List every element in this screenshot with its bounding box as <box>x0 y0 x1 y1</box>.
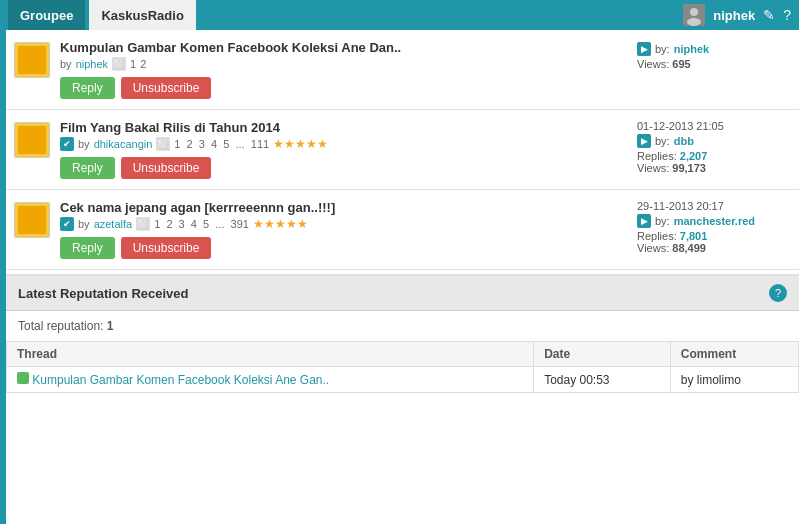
svg-point-1 <box>690 8 698 16</box>
total-rep-value: 1 <box>107 319 114 333</box>
rep-thread-link[interactable]: Kumpulan Gambar Komen Facebook Koleksi A… <box>32 373 329 387</box>
by-user-link-2[interactable]: dbb <box>674 135 694 147</box>
replies-count-3[interactable]: 7,801 <box>680 230 708 242</box>
by-label-r2: by: <box>655 135 670 147</box>
arrow-icon-3: ▶ <box>637 214 651 228</box>
page-icon-3: ⬜ <box>136 217 150 231</box>
replies-2: Replies: 2,207 <box>637 150 789 162</box>
thread-meta-3: ✔ by azetalfa ⬜ 1 2 3 4 5 ... 391 ★★★★★ <box>60 217 629 231</box>
thread-avatar-3 <box>14 202 50 238</box>
reply-button-2[interactable]: Reply <box>60 157 115 179</box>
total-reputation: Total reputation: 1 <box>6 311 799 341</box>
by-label-2: by <box>78 138 90 150</box>
rep-table-row: Kumpulan Gambar Komen Facebook Koleksi A… <box>7 367 799 393</box>
page-num[interactable]: 1 <box>130 58 136 70</box>
reputation-table: Thread Date Comment Kumpulan Gambar Kome… <box>6 341 799 393</box>
by-label-r1: by: <box>655 43 670 55</box>
author-link-1[interactable]: niphek <box>76 58 108 70</box>
views-3: Views: 88,499 <box>637 242 789 254</box>
views-1: Views: 695 <box>637 58 789 70</box>
replies-count-2[interactable]: 2,207 <box>680 150 708 162</box>
thread-right-3: 29-11-2013 20:17 ▶ by: manchester.red Re… <box>629 200 789 254</box>
thread-right-1: ▶ by: niphek Views: 695 <box>629 40 789 70</box>
rep-date-cell: Today 00:53 <box>534 367 671 393</box>
views-2: Views: 99,173 <box>637 162 789 174</box>
views-count-3: 88,499 <box>672 242 706 254</box>
by-label: by <box>60 58 72 70</box>
thread-item: Kumpulan Gambar Komen Facebook Koleksi A… <box>6 30 799 110</box>
views-label-1: Views: <box>637 58 669 70</box>
page-icon-2: ⬜ <box>156 137 170 151</box>
by-user-link-1[interactable]: niphek <box>674 43 709 55</box>
pencil-icon[interactable]: ✎ <box>763 7 775 23</box>
col-date: Date <box>534 342 671 367</box>
thread-avatar <box>14 42 50 78</box>
thread-title-3[interactable]: Cek nama jepang agan [kerrreeennn gan..!… <box>60 200 629 215</box>
username: niphek <box>713 8 755 23</box>
thread-title-2[interactable]: Film Yang Bakal Rilis di Tahun 2014 <box>60 120 629 135</box>
by-line-3: ▶ by: manchester.red <box>637 214 789 228</box>
unsubscribe-button-1[interactable]: Unsubscribe <box>121 77 212 99</box>
views-count-2: 99,173 <box>672 162 706 174</box>
thread-actions-1: Reply Unsubscribe <box>60 77 629 99</box>
replies-label-2: Replies: <box>637 150 677 162</box>
page-num[interactable]: 2 <box>140 58 146 70</box>
thread-meta-1: by niphek ⬜ 1 2 <box>60 57 629 71</box>
author-link-3[interactable]: azetalfa <box>94 218 133 230</box>
col-comment: Comment <box>670 342 798 367</box>
col-thread: Thread <box>7 342 534 367</box>
date-3: 29-11-2013 20:17 <box>637 200 789 212</box>
views-label-3: Views: <box>637 242 669 254</box>
reputation-header: Latest Reputation Received ? <box>6 276 799 311</box>
by-line-2: ▶ by: dbb <box>637 134 789 148</box>
thread-title-1[interactable]: Kumpulan Gambar Komen Facebook Koleksi A… <box>60 40 629 55</box>
unsubscribe-button-2[interactable]: Unsubscribe <box>121 157 212 179</box>
topbar-right: niphek ✎ ? <box>683 4 791 26</box>
by-line-1: ▶ by: niphek <box>637 42 789 56</box>
replies-3: Replies: 7,801 <box>637 230 789 242</box>
unsubscribe-button-3[interactable]: Unsubscribe <box>121 237 212 259</box>
check-icon-3: ✔ <box>60 217 74 231</box>
reply-button-3[interactable]: Reply <box>60 237 115 259</box>
thread-item-2: Film Yang Bakal Rilis di Tahun 2014 ✔ by… <box>6 110 799 190</box>
avatar <box>683 4 705 26</box>
reply-button-1[interactable]: Reply <box>60 77 115 99</box>
author-link-2[interactable]: dhikacangin <box>94 138 153 150</box>
reputation-section: Latest Reputation Received ? Total reput… <box>6 274 799 393</box>
thread-body-3: Cek nama jepang agan [kerrreeennn gan..!… <box>60 200 629 259</box>
thread-item-3: Cek nama jepang agan [kerrreeennn gan..!… <box>6 190 799 270</box>
by-label-3: by <box>78 218 90 230</box>
rep-comment-cell: by limolimo <box>670 367 798 393</box>
views-label-2: Views: <box>637 162 669 174</box>
check-icon-2: ✔ <box>60 137 74 151</box>
thread-meta-2: ✔ by dhikacangin ⬜ 1 2 3 4 5 ... 111 ★★★… <box>60 137 629 151</box>
by-user-link-3[interactable]: manchester.red <box>674 215 755 227</box>
tab-kaskusradio[interactable]: KaskusRadio <box>89 0 195 30</box>
page-icon: ⬜ <box>112 57 126 71</box>
thread-actions-2: Reply Unsubscribe <box>60 157 629 179</box>
tab-groupee[interactable]: Groupee <box>8 0 85 30</box>
stars-3: ★★★★★ <box>253 217 308 231</box>
rep-thread-cell: Kumpulan Gambar Komen Facebook Koleksi A… <box>7 367 534 393</box>
rep-table-header-row: Thread Date Comment <box>7 342 799 367</box>
thread-body-2: Film Yang Bakal Rilis di Tahun 2014 ✔ by… <box>60 120 629 179</box>
date-2: 01-12-2013 21:05 <box>637 120 789 132</box>
thread-avatar-2 <box>14 122 50 158</box>
rep-dot-icon <box>17 372 29 384</box>
total-rep-label: Total reputation: <box>18 319 103 333</box>
help-icon[interactable]: ? <box>783 7 791 23</box>
pages-3: 1 2 3 4 5 ... 391 <box>154 218 249 230</box>
pages-2: 1 2 3 4 5 ... 111 <box>174 138 269 150</box>
svg-point-2 <box>687 18 701 26</box>
reputation-title: Latest Reputation Received <box>18 286 189 301</box>
arrow-icon-2: ▶ <box>637 134 651 148</box>
reputation-help-icon[interactable]: ? <box>769 284 787 302</box>
thread-actions-3: Reply Unsubscribe <box>60 237 629 259</box>
arrow-icon-1: ▶ <box>637 42 651 56</box>
by-label-r3: by: <box>655 215 670 227</box>
thread-right-2: 01-12-2013 21:05 ▶ by: dbb Replies: 2,20… <box>629 120 789 174</box>
content-area: Kumpulan Gambar Komen Facebook Koleksi A… <box>6 30 799 524</box>
topbar: Groupee KaskusRadio niphek ✎ ? <box>0 0 799 30</box>
main-container: Kumpulan Gambar Komen Facebook Koleksi A… <box>0 30 799 524</box>
thread-body: Kumpulan Gambar Komen Facebook Koleksi A… <box>60 40 629 99</box>
